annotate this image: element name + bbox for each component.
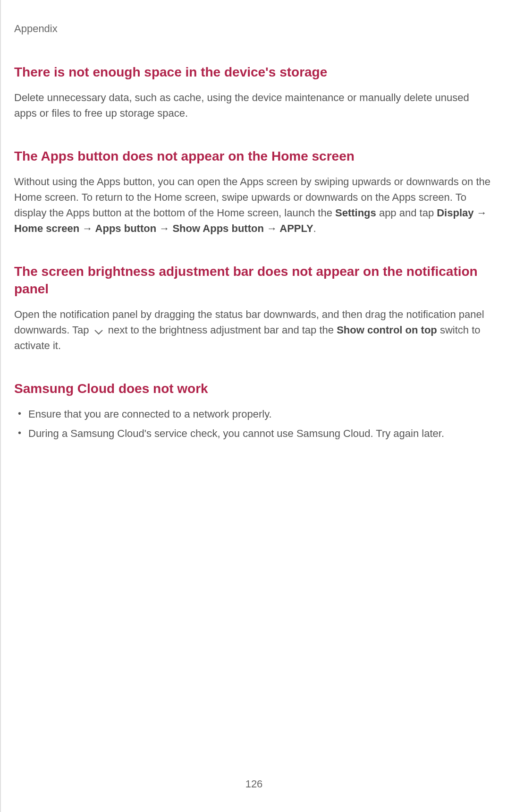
- content-area: There is not enough space in the device'…: [1, 35, 507, 441]
- apps-apply-label: APPLY: [279, 222, 313, 234]
- apps-period: .: [313, 222, 316, 234]
- page-header: Appendix: [1, 0, 507, 35]
- apps-display-label: Display: [437, 207, 473, 219]
- arrow-icon: →: [264, 222, 279, 234]
- arrow-icon: →: [474, 207, 487, 219]
- apps-apps-button-label: Apps button: [95, 222, 157, 234]
- list-item: During a Samsung Cloud's service check, …: [28, 426, 494, 441]
- header-section-label: Appendix: [14, 23, 58, 34]
- apps-home-screen-label: Home screen: [14, 222, 79, 234]
- cloud-bullet-list: Ensure that you are connected to a netwo…: [14, 406, 494, 441]
- section-storage: There is not enough space in the device'…: [14, 63, 494, 121]
- apps-settings-label: Settings: [335, 207, 376, 219]
- section-title-apps: The Apps button does not appear on the H…: [14, 147, 494, 165]
- section-title-cloud: Samsung Cloud does not work: [14, 380, 494, 398]
- page-number: 126: [1, 778, 507, 790]
- section-cloud: Samsung Cloud does not work Ensure that …: [14, 380, 494, 441]
- brightness-show-control-label: Show control on top: [337, 324, 437, 336]
- section-body-brightness: Open the notification panel by dragging …: [14, 307, 494, 353]
- section-apps-button: The Apps button does not appear on the H…: [14, 147, 494, 236]
- chevron-down-icon: [92, 325, 105, 334]
- section-title-storage: There is not enough space in the device'…: [14, 63, 494, 81]
- brightness-body-post: next to the brightness adjustment bar an…: [105, 324, 337, 336]
- list-item: Ensure that you are connected to a netwo…: [28, 406, 494, 422]
- section-body-apps: Without using the Apps button, you can o…: [14, 174, 494, 236]
- section-title-brightness: The screen brightness adjustment bar doe…: [14, 263, 494, 299]
- section-brightness: The screen brightness adjustment bar doe…: [14, 263, 494, 354]
- arrow-icon: →: [156, 222, 172, 234]
- apps-show-apps-label: Show Apps button: [172, 222, 263, 234]
- section-body-storage: Delete unnecessary data, such as cache, …: [14, 90, 494, 121]
- apps-body-mid1: app and tap: [376, 207, 437, 219]
- arrow-icon: →: [79, 222, 95, 234]
